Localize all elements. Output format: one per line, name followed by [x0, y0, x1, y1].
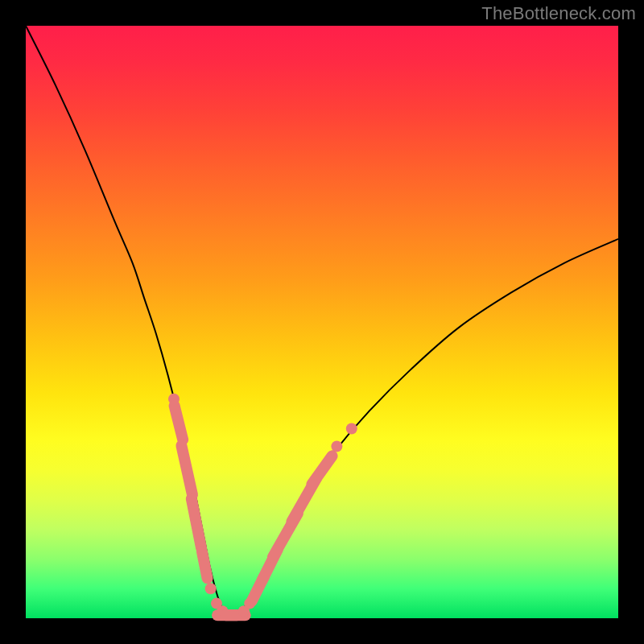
chart-svg — [26, 26, 618, 618]
chart-frame: TheBottleneck.com — [0, 0, 644, 644]
curve-marker-capsule — [167, 399, 190, 447]
marker-layer — [167, 394, 357, 621]
curve-marker-dot — [205, 583, 217, 594]
chart-plot-area — [26, 26, 618, 618]
curve-marker-capsule — [175, 439, 199, 502]
curve-marker-capsule — [196, 545, 214, 585]
curve-marker-dot — [331, 441, 342, 452]
curve-marker-capsule — [185, 492, 208, 555]
curve-marker-capsule — [304, 448, 341, 493]
bottleneck-curve — [26, 26, 618, 617]
watermark-text: TheBottleneck.com — [481, 3, 636, 24]
curve-marker-dot — [346, 423, 357, 434]
